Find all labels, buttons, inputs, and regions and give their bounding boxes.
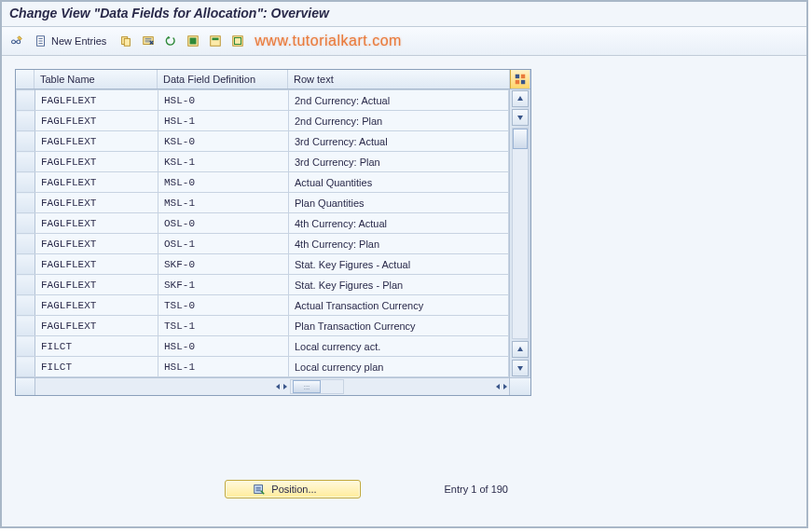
column-header-row-text[interactable]: Row text xyxy=(288,70,510,89)
table-row[interactable]: FAGLFLEXTOSL-14th Currency: Plan xyxy=(17,234,509,254)
delete-button[interactable] xyxy=(139,32,158,50)
table-row[interactable]: FAGLFLEXTMSL-0Actual Quantities xyxy=(17,172,509,193)
cell-row-text[interactable]: 3rd Currency: Plan xyxy=(289,152,509,172)
cell-row-text[interactable]: 3rd Currency: Actual xyxy=(289,131,509,152)
row-selector[interactable] xyxy=(17,172,35,193)
row-selector[interactable] xyxy=(17,193,35,213)
cell-table-name[interactable]: FAGLFLEXT xyxy=(35,316,158,336)
cell-row-text[interactable]: Local currency act. xyxy=(289,336,509,357)
page-up-button[interactable] xyxy=(512,341,529,358)
cell-table-name[interactable]: FAGLFLEXT xyxy=(35,254,158,275)
cell-table-name[interactable]: FAGLFLEXT xyxy=(35,111,158,131)
cell-table-name[interactable]: FAGLFLEXT xyxy=(35,152,158,172)
cell-row-text[interactable]: 4th Currency: Plan xyxy=(289,234,509,254)
position-button[interactable]: Position... xyxy=(225,480,361,498)
cell-data-field-definition[interactable]: MSL-1 xyxy=(158,193,289,213)
table-row[interactable]: FAGLFLEXTKSL-13rd Currency: Plan xyxy=(17,152,509,172)
cell-row-text[interactable]: Stat. Key Figures - Plan xyxy=(289,275,509,295)
cell-row-text[interactable]: 4th Currency: Actual xyxy=(289,213,509,234)
horizontal-scrollbar[interactable]: ::: xyxy=(16,377,530,395)
cell-data-field-definition[interactable]: SKF-1 xyxy=(158,275,289,295)
cell-data-field-definition[interactable]: SKF-0 xyxy=(158,254,289,275)
cell-table-name[interactable]: FILCT xyxy=(35,357,158,377)
table-row[interactable]: FAGLFLEXTSKF-1Stat. Key Figures - Plan xyxy=(17,275,509,295)
undo-button[interactable] xyxy=(161,32,180,50)
cell-data-field-definition[interactable]: HSL-0 xyxy=(158,90,289,111)
cell-table-name[interactable]: FAGLFLEXT xyxy=(35,295,158,316)
hscroll-right-button-2[interactable] xyxy=(502,381,509,392)
cell-row-text[interactable]: Plan Transaction Currency xyxy=(289,316,509,336)
hscroll-left-button-1[interactable] xyxy=(274,381,282,392)
select-all-button[interactable] xyxy=(184,32,202,50)
row-selector[interactable] xyxy=(17,213,35,234)
table-row[interactable]: FAGLFLEXTSKF-0Stat. Key Figures - Actual xyxy=(17,254,509,275)
cell-data-field-definition[interactable]: MSL-0 xyxy=(158,172,289,193)
table-row[interactable]: FAGLFLEXTTSL-1Plan Transaction Currency xyxy=(17,316,509,336)
cell-row-text[interactable]: Actual Transaction Currency xyxy=(289,295,509,316)
row-selector[interactable] xyxy=(17,295,35,316)
deselect-all-button[interactable] xyxy=(228,32,247,50)
scroll-down-button[interactable] xyxy=(512,360,529,376)
scroll-up-button[interactable] xyxy=(512,90,529,107)
row-selector[interactable] xyxy=(17,90,35,111)
cell-table-name[interactable]: FAGLFLEXT xyxy=(35,213,158,234)
row-selector[interactable] xyxy=(17,254,35,275)
cell-data-field-definition[interactable]: OSL-0 xyxy=(158,213,289,234)
table-row[interactable]: FAGLFLEXTKSL-03rd Currency: Actual xyxy=(17,131,509,152)
vertical-scroll-thumb[interactable] xyxy=(513,129,528,149)
column-header-data-field-definition[interactable]: Data Field Definition xyxy=(158,70,288,89)
cell-table-name[interactable]: FAGLFLEXT xyxy=(35,131,158,152)
table-row[interactable]: FAGLFLEXTHSL-12nd Currency: Plan xyxy=(17,111,509,131)
new-entries-button[interactable]: New Entries xyxy=(30,32,113,50)
cell-data-field-definition[interactable]: HSL-1 xyxy=(158,357,289,377)
row-selector[interactable] xyxy=(17,316,35,336)
table-row[interactable]: FAGLFLEXTHSL-02nd Currency: Actual xyxy=(17,90,509,111)
cell-table-name[interactable]: FAGLFLEXT xyxy=(35,234,158,254)
table-row[interactable]: FILCTHSL-1Local currency plan xyxy=(17,357,509,377)
cell-data-field-definition[interactable]: TSL-1 xyxy=(158,316,289,336)
cell-table-name[interactable]: FILCT xyxy=(35,336,158,357)
column-header-table-name[interactable]: Table Name xyxy=(34,70,158,89)
hscroll-left-button-2[interactable] xyxy=(494,381,502,392)
cell-data-field-definition[interactable]: OSL-1 xyxy=(158,234,289,254)
cell-data-field-definition[interactable]: HSL-1 xyxy=(158,111,289,131)
cell-data-field-definition[interactable]: TSL-0 xyxy=(158,295,289,316)
cell-row-text[interactable]: 2nd Currency: Actual xyxy=(289,90,509,111)
cell-row-text[interactable]: Stat. Key Figures - Actual xyxy=(289,254,509,275)
row-selector[interactable] xyxy=(17,152,35,172)
cell-data-field-definition[interactable]: KSL-1 xyxy=(158,152,289,172)
page-down-button[interactable] xyxy=(512,109,529,126)
toggle-display-change-button[interactable] xyxy=(7,32,26,50)
table-row[interactable]: FILCTHSL-0Local currency act. xyxy=(17,336,509,357)
table-row[interactable]: FAGLFLEXTMSL-1Plan Quantities xyxy=(17,193,509,213)
hscroll-right-button-1[interactable] xyxy=(282,381,289,392)
cell-data-field-definition[interactable]: HSL-0 xyxy=(158,336,289,357)
cell-table-name[interactable]: FAGLFLEXT xyxy=(35,193,158,213)
row-selector[interactable] xyxy=(17,275,35,295)
cell-data-field-definition[interactable]: KSL-0 xyxy=(158,131,289,152)
vertical-scroll-track[interactable] xyxy=(512,128,529,339)
horizontal-scroll-thumb[interactable]: ::: xyxy=(293,380,321,393)
row-selector[interactable] xyxy=(17,336,35,357)
cell-row-text[interactable]: Actual Quantities xyxy=(289,172,509,193)
cell-table-name[interactable]: FAGLFLEXT xyxy=(35,275,158,295)
row-selector[interactable] xyxy=(17,234,35,254)
grid-corner xyxy=(16,378,35,395)
table-row[interactable]: FAGLFLEXTOSL-04th Currency: Actual xyxy=(17,213,509,234)
svg-rect-7 xyxy=(190,38,197,45)
copy-button[interactable] xyxy=(117,32,135,50)
vertical-scrollbar[interactable] xyxy=(509,89,530,377)
cell-row-text[interactable]: 2nd Currency: Plan xyxy=(289,111,509,131)
cell-table-name[interactable]: FAGLFLEXT xyxy=(35,90,158,111)
row-selector[interactable] xyxy=(17,131,35,152)
cell-row-text[interactable]: Local currency plan xyxy=(289,357,509,377)
select-block-button[interactable] xyxy=(206,32,225,50)
grid-select-column-header[interactable] xyxy=(16,70,34,89)
cell-row-text[interactable]: Plan Quantities xyxy=(289,193,509,213)
horizontal-scroll-track[interactable]: ::: xyxy=(290,379,344,394)
row-selector[interactable] xyxy=(17,111,35,131)
cell-table-name[interactable]: FAGLFLEXT xyxy=(35,172,158,193)
grid-config-button[interactable] xyxy=(510,70,530,89)
table-row[interactable]: FAGLFLEXTTSL-0Actual Transaction Currenc… xyxy=(17,295,509,316)
row-selector[interactable] xyxy=(17,357,35,377)
